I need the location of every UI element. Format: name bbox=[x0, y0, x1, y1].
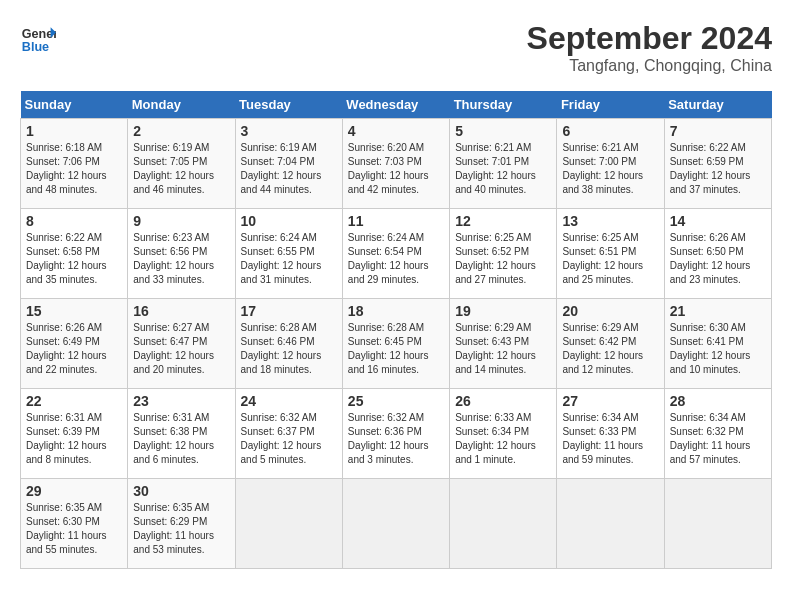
calendar-cell: 16Sunrise: 6:27 AM Sunset: 6:47 PM Dayli… bbox=[128, 299, 235, 389]
calendar-cell: 5Sunrise: 6:21 AM Sunset: 7:01 PM Daylig… bbox=[450, 119, 557, 209]
day-number: 12 bbox=[455, 213, 551, 229]
day-info: Sunrise: 6:19 AM Sunset: 7:05 PM Dayligh… bbox=[133, 141, 229, 197]
day-info: Sunrise: 6:21 AM Sunset: 7:01 PM Dayligh… bbox=[455, 141, 551, 197]
day-number: 23 bbox=[133, 393, 229, 409]
calendar-cell: 7Sunrise: 6:22 AM Sunset: 6:59 PM Daylig… bbox=[664, 119, 771, 209]
day-info: Sunrise: 6:25 AM Sunset: 6:51 PM Dayligh… bbox=[562, 231, 658, 287]
calendar-header-monday: Monday bbox=[128, 91, 235, 119]
calendar-week-row: 15Sunrise: 6:26 AM Sunset: 6:49 PM Dayli… bbox=[21, 299, 772, 389]
calendar-table: SundayMondayTuesdayWednesdayThursdayFrid… bbox=[20, 91, 772, 569]
day-number: 29 bbox=[26, 483, 122, 499]
day-number: 1 bbox=[26, 123, 122, 139]
day-info: Sunrise: 6:33 AM Sunset: 6:34 PM Dayligh… bbox=[455, 411, 551, 467]
day-info: Sunrise: 6:34 AM Sunset: 6:32 PM Dayligh… bbox=[670, 411, 766, 467]
calendar-cell bbox=[557, 479, 664, 569]
day-info: Sunrise: 6:21 AM Sunset: 7:00 PM Dayligh… bbox=[562, 141, 658, 197]
location: Tangfang, Chongqing, China bbox=[527, 57, 772, 75]
calendar-week-row: 29Sunrise: 6:35 AM Sunset: 6:30 PM Dayli… bbox=[21, 479, 772, 569]
calendar-cell: 29Sunrise: 6:35 AM Sunset: 6:30 PM Dayli… bbox=[21, 479, 128, 569]
day-info: Sunrise: 6:25 AM Sunset: 6:52 PM Dayligh… bbox=[455, 231, 551, 287]
day-info: Sunrise: 6:31 AM Sunset: 6:39 PM Dayligh… bbox=[26, 411, 122, 467]
calendar-cell: 22Sunrise: 6:31 AM Sunset: 6:39 PM Dayli… bbox=[21, 389, 128, 479]
calendar-cell: 14Sunrise: 6:26 AM Sunset: 6:50 PM Dayli… bbox=[664, 209, 771, 299]
day-number: 24 bbox=[241, 393, 337, 409]
header: General Blue September 2024 Tangfang, Ch… bbox=[20, 20, 772, 75]
day-info: Sunrise: 6:22 AM Sunset: 6:59 PM Dayligh… bbox=[670, 141, 766, 197]
calendar-cell: 25Sunrise: 6:32 AM Sunset: 6:36 PM Dayli… bbox=[342, 389, 449, 479]
calendar-cell: 11Sunrise: 6:24 AM Sunset: 6:54 PM Dayli… bbox=[342, 209, 449, 299]
calendar-cell: 26Sunrise: 6:33 AM Sunset: 6:34 PM Dayli… bbox=[450, 389, 557, 479]
calendar-week-row: 8Sunrise: 6:22 AM Sunset: 6:58 PM Daylig… bbox=[21, 209, 772, 299]
day-number: 25 bbox=[348, 393, 444, 409]
day-number: 16 bbox=[133, 303, 229, 319]
calendar-cell: 13Sunrise: 6:25 AM Sunset: 6:51 PM Dayli… bbox=[557, 209, 664, 299]
day-number: 5 bbox=[455, 123, 551, 139]
calendar-week-row: 1Sunrise: 6:18 AM Sunset: 7:06 PM Daylig… bbox=[21, 119, 772, 209]
calendar-cell: 2Sunrise: 6:19 AM Sunset: 7:05 PM Daylig… bbox=[128, 119, 235, 209]
calendar-cell: 8Sunrise: 6:22 AM Sunset: 6:58 PM Daylig… bbox=[21, 209, 128, 299]
day-info: Sunrise: 6:35 AM Sunset: 6:30 PM Dayligh… bbox=[26, 501, 122, 557]
day-info: Sunrise: 6:28 AM Sunset: 6:46 PM Dayligh… bbox=[241, 321, 337, 377]
calendar-cell: 19Sunrise: 6:29 AM Sunset: 6:43 PM Dayli… bbox=[450, 299, 557, 389]
day-info: Sunrise: 6:18 AM Sunset: 7:06 PM Dayligh… bbox=[26, 141, 122, 197]
month-year: September 2024 bbox=[527, 20, 772, 57]
day-number: 2 bbox=[133, 123, 229, 139]
day-info: Sunrise: 6:34 AM Sunset: 6:33 PM Dayligh… bbox=[562, 411, 658, 467]
day-info: Sunrise: 6:30 AM Sunset: 6:41 PM Dayligh… bbox=[670, 321, 766, 377]
day-info: Sunrise: 6:29 AM Sunset: 6:42 PM Dayligh… bbox=[562, 321, 658, 377]
calendar-header-thursday: Thursday bbox=[450, 91, 557, 119]
day-info: Sunrise: 6:32 AM Sunset: 6:36 PM Dayligh… bbox=[348, 411, 444, 467]
day-info: Sunrise: 6:29 AM Sunset: 6:43 PM Dayligh… bbox=[455, 321, 551, 377]
calendar-cell: 4Sunrise: 6:20 AM Sunset: 7:03 PM Daylig… bbox=[342, 119, 449, 209]
calendar-cell bbox=[664, 479, 771, 569]
day-number: 8 bbox=[26, 213, 122, 229]
calendar-week-row: 22Sunrise: 6:31 AM Sunset: 6:39 PM Dayli… bbox=[21, 389, 772, 479]
calendar-cell bbox=[342, 479, 449, 569]
calendar-cell: 1Sunrise: 6:18 AM Sunset: 7:06 PM Daylig… bbox=[21, 119, 128, 209]
day-info: Sunrise: 6:35 AM Sunset: 6:29 PM Dayligh… bbox=[133, 501, 229, 557]
day-number: 4 bbox=[348, 123, 444, 139]
day-number: 21 bbox=[670, 303, 766, 319]
title-area: September 2024 Tangfang, Chongqing, Chin… bbox=[527, 20, 772, 75]
day-info: Sunrise: 6:28 AM Sunset: 6:45 PM Dayligh… bbox=[348, 321, 444, 377]
day-info: Sunrise: 6:32 AM Sunset: 6:37 PM Dayligh… bbox=[241, 411, 337, 467]
calendar-header-sunday: Sunday bbox=[21, 91, 128, 119]
logo: General Blue bbox=[20, 20, 56, 56]
calendar-header-row: SundayMondayTuesdayWednesdayThursdayFrid… bbox=[21, 91, 772, 119]
calendar-cell: 23Sunrise: 6:31 AM Sunset: 6:38 PM Dayli… bbox=[128, 389, 235, 479]
day-info: Sunrise: 6:22 AM Sunset: 6:58 PM Dayligh… bbox=[26, 231, 122, 287]
day-number: 20 bbox=[562, 303, 658, 319]
day-info: Sunrise: 6:31 AM Sunset: 6:38 PM Dayligh… bbox=[133, 411, 229, 467]
day-number: 30 bbox=[133, 483, 229, 499]
day-info: Sunrise: 6:23 AM Sunset: 6:56 PM Dayligh… bbox=[133, 231, 229, 287]
calendar-header-friday: Friday bbox=[557, 91, 664, 119]
day-number: 28 bbox=[670, 393, 766, 409]
day-number: 15 bbox=[26, 303, 122, 319]
calendar-cell bbox=[235, 479, 342, 569]
day-number: 13 bbox=[562, 213, 658, 229]
day-info: Sunrise: 6:19 AM Sunset: 7:04 PM Dayligh… bbox=[241, 141, 337, 197]
calendar-cell: 9Sunrise: 6:23 AM Sunset: 6:56 PM Daylig… bbox=[128, 209, 235, 299]
day-number: 7 bbox=[670, 123, 766, 139]
calendar-cell: 27Sunrise: 6:34 AM Sunset: 6:33 PM Dayli… bbox=[557, 389, 664, 479]
calendar-cell: 3Sunrise: 6:19 AM Sunset: 7:04 PM Daylig… bbox=[235, 119, 342, 209]
calendar-header-wednesday: Wednesday bbox=[342, 91, 449, 119]
day-number: 3 bbox=[241, 123, 337, 139]
svg-text:Blue: Blue bbox=[22, 40, 49, 54]
day-number: 19 bbox=[455, 303, 551, 319]
calendar-cell: 10Sunrise: 6:24 AM Sunset: 6:55 PM Dayli… bbox=[235, 209, 342, 299]
day-number: 10 bbox=[241, 213, 337, 229]
day-number: 9 bbox=[133, 213, 229, 229]
calendar-cell: 18Sunrise: 6:28 AM Sunset: 6:45 PM Dayli… bbox=[342, 299, 449, 389]
day-info: Sunrise: 6:24 AM Sunset: 6:55 PM Dayligh… bbox=[241, 231, 337, 287]
day-number: 18 bbox=[348, 303, 444, 319]
calendar-cell: 24Sunrise: 6:32 AM Sunset: 6:37 PM Dayli… bbox=[235, 389, 342, 479]
day-number: 22 bbox=[26, 393, 122, 409]
day-number: 6 bbox=[562, 123, 658, 139]
calendar-cell bbox=[450, 479, 557, 569]
calendar-header-saturday: Saturday bbox=[664, 91, 771, 119]
calendar-header-tuesday: Tuesday bbox=[235, 91, 342, 119]
day-info: Sunrise: 6:26 AM Sunset: 6:49 PM Dayligh… bbox=[26, 321, 122, 377]
day-info: Sunrise: 6:24 AM Sunset: 6:54 PM Dayligh… bbox=[348, 231, 444, 287]
calendar-cell: 15Sunrise: 6:26 AM Sunset: 6:49 PM Dayli… bbox=[21, 299, 128, 389]
